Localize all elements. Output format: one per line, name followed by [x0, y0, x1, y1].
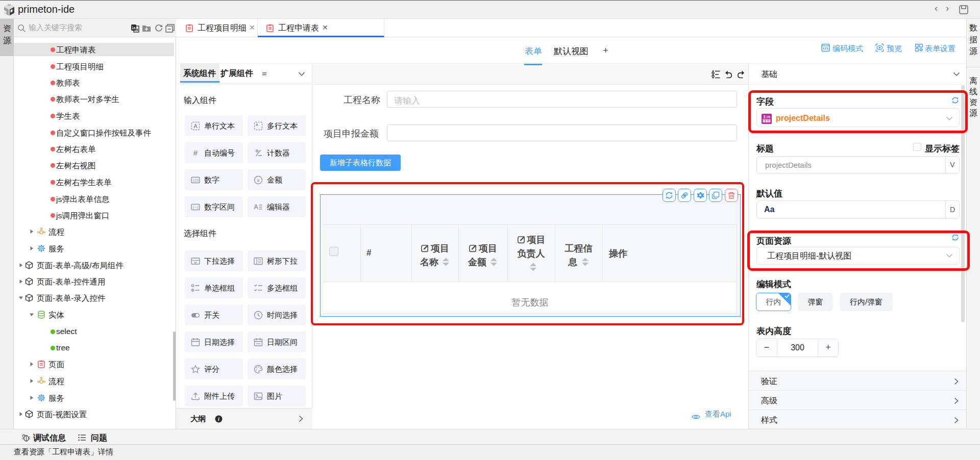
svg-text:A: A — [256, 122, 259, 127]
svg-text:123: 123 — [192, 178, 199, 183]
svg-text:1~3: 1~3 — [192, 206, 199, 209]
svg-text:i: i — [218, 416, 219, 422]
svg-text:#: # — [193, 148, 198, 157]
svg-text:¥: ¥ — [256, 177, 260, 183]
svg-text:A: A — [254, 203, 258, 211]
svg-text:A: A — [193, 123, 198, 129]
